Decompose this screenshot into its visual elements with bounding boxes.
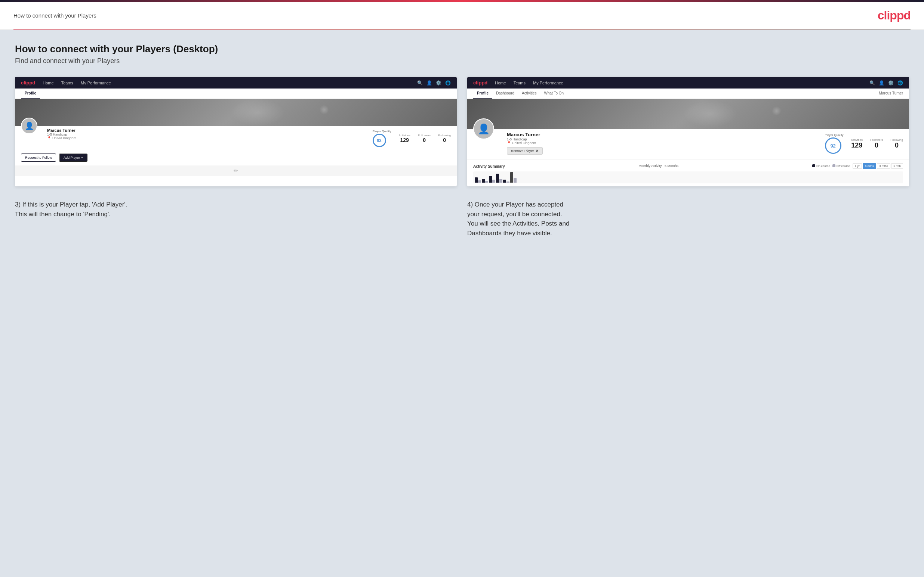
screenshots-row: clippd Home Teams My Performance 🔍 👤 ⚙️ … [15, 77, 909, 186]
user-icon-1[interactable]: 👤 [426, 80, 432, 85]
chart-bar-group-6 [510, 172, 517, 183]
avatar-person-icon-1: 👤 [25, 121, 34, 131]
quality-label-2: Player Quality [825, 133, 844, 137]
search-icon-1[interactable]: 🔍 [417, 80, 423, 85]
legend-offcourse: Off course [832, 164, 850, 168]
chart-bar-6a [510, 172, 513, 183]
nav-right-1: 🔍 👤 ⚙️ 🌐 [417, 80, 451, 85]
location-icon-1: 📍 [47, 136, 51, 140]
nav-myperformance-2[interactable]: My Performance [533, 81, 563, 85]
chart-bar-group-3 [489, 176, 495, 183]
chart-bar-1b [478, 181, 481, 183]
profile-location-2: 📍 United Kingdom [507, 141, 543, 145]
chart-bar-5b [506, 182, 509, 183]
tab-whattoon-2[interactable]: What To On [541, 89, 568, 98]
profile-handicap-2: 1-5 Handicap [507, 137, 543, 141]
settings-icon-2[interactable]: ⚙️ [888, 80, 894, 85]
stat-activities-1: Activities 129 [399, 134, 410, 143]
description-text-right: 4) Once your Player has acceptedyour req… [467, 200, 909, 238]
activity-controls-2: On course Off course 1 yr 6 mths 3 mths … [812, 163, 903, 169]
profile-name-1: Marcus Turner [47, 128, 76, 132]
description-left: 3) If this is your Player tap, 'Add Play… [15, 198, 457, 239]
chart-bar-group-2 [482, 179, 488, 183]
offcourse-dot [832, 164, 835, 167]
add-player-button[interactable]: Add Player + [59, 153, 87, 162]
profile-banner-1 [15, 99, 457, 126]
page-title: How to connect with your Players (Deskto… [15, 44, 909, 55]
description-text-left: 3) If this is your Player tap, 'Add Play… [15, 200, 457, 219]
stat-followers-2: Followers 0 [870, 138, 883, 149]
search-icon-2[interactable]: 🔍 [869, 80, 875, 85]
page-subtitle: Find and connect with your Players [15, 57, 909, 65]
profile-handicap-1: 1-5 Handicap [47, 132, 76, 136]
page-header: How to connect with your Players clippd [0, 2, 924, 29]
activity-chart-2 [473, 171, 903, 184]
nav-right-2: 🔍 👤 ⚙️ 🌐 [869, 80, 903, 85]
quality-label-1: Player Quality [373, 130, 391, 133]
screenshot-1: clippd Home Teams My Performance 🔍 👤 ⚙️ … [15, 77, 457, 186]
location-icon-2: 📍 [507, 141, 511, 145]
nav-home-1[interactable]: Home [43, 81, 53, 85]
chart-bar-2a [482, 179, 485, 183]
time-btn-6mths[interactable]: 6 mths [863, 163, 876, 169]
settings-icon-1[interactable]: ⚙️ [436, 80, 441, 85]
legend-oncourse: On course [812, 164, 830, 168]
app-logo-1: clippd [21, 80, 35, 85]
chart-bar-5a [503, 180, 506, 183]
quality-circle-1: 92 [373, 134, 386, 147]
stat-following-1: Following 0 [438, 134, 451, 143]
header-title: How to connect with your Players [13, 12, 97, 19]
chart-bar-6b [514, 178, 517, 183]
chart-bar-3b [492, 180, 495, 183]
chart-bar-4b [499, 179, 502, 183]
profile-name-2: Marcus Turner [507, 132, 543, 137]
app-nav-1: clippd Home Teams My Performance 🔍 👤 ⚙️ … [15, 77, 457, 89]
profile-location-1: 📍 United Kingdom [47, 136, 76, 140]
main-content: How to connect with your Players (Deskto… [0, 30, 924, 577]
profile-avatar-2: 👤 [473, 118, 494, 139]
oncourse-dot [812, 164, 815, 167]
tab-profile-1[interactable]: Profile [21, 89, 40, 98]
nav-home-2[interactable]: Home [495, 81, 506, 85]
screenshot-bottom-1: ✏ [15, 166, 457, 176]
profile-section-1: 👤 Marcus Turner 1-5 Handicap 📍 United Ki… [15, 126, 457, 152]
stat-following-2: Following 0 [890, 138, 903, 149]
time-btn-1yr[interactable]: 1 yr [853, 163, 862, 169]
remove-player-button[interactable]: Remove Player ✕ [507, 147, 543, 155]
time-btn-1mth[interactable]: 1 mth [891, 163, 903, 169]
pencil-icon-1: ✏ [234, 168, 238, 174]
chart-bar-3a [489, 176, 492, 183]
description-right: 4) Once your Player has acceptedyour req… [467, 198, 909, 239]
chart-bar-group-5 [503, 180, 509, 183]
app-tabs-2: Profile Dashboard Activities What To On … [467, 89, 909, 99]
profile-banner-2 [467, 99, 909, 129]
user-icon-2[interactable]: 👤 [879, 80, 884, 85]
chart-bar-4a [496, 174, 499, 183]
avatar-icon-2[interactable]: 🌐 [897, 80, 903, 85]
activity-section-2: Activity Summary Monthly Activity · 6 Mo… [467, 159, 909, 186]
tab-dashboard-2[interactable]: Dashboard [492, 89, 518, 98]
time-btn-3mths[interactable]: 3 mths [877, 163, 890, 169]
tab-profile-2[interactable]: Profile [473, 89, 492, 98]
clippd-logo: clippd [878, 9, 911, 23]
user-dropdown-2[interactable]: Marcus Turner [879, 89, 903, 98]
chart-bar-2b [485, 181, 488, 183]
nav-teams-1[interactable]: Teams [61, 81, 73, 85]
chart-bar-group-4 [496, 174, 502, 183]
tab-activities-2[interactable]: Activities [518, 89, 540, 98]
app-nav-2: clippd Home Teams My Performance 🔍 👤 ⚙️ … [467, 77, 909, 89]
profile-buttons-1: Request to Follow Add Player + [15, 152, 457, 166]
quality-circle-2: 92 [825, 137, 842, 154]
activity-period-2: Monthly Activity · 6 Months [638, 164, 678, 168]
activity-title-2: Activity Summary [473, 164, 505, 168]
profile-avatar-1: 👤 [21, 118, 37, 134]
plus-icon: + [81, 156, 83, 160]
avatar-icon-1[interactable]: 🌐 [445, 80, 451, 85]
app-logo-2: clippd [473, 80, 488, 85]
activity-header-2: Activity Summary Monthly Activity · 6 Mo… [473, 163, 903, 169]
chart-bar-group-1 [475, 177, 481, 183]
request-follow-button[interactable]: Request to Follow [21, 153, 56, 162]
nav-teams-2[interactable]: Teams [514, 81, 525, 85]
nav-myperformance-1[interactable]: My Performance [81, 81, 111, 85]
profile-section-2: 👤 Marcus Turner 1-5 Handicap 📍 United Ki… [467, 129, 909, 159]
